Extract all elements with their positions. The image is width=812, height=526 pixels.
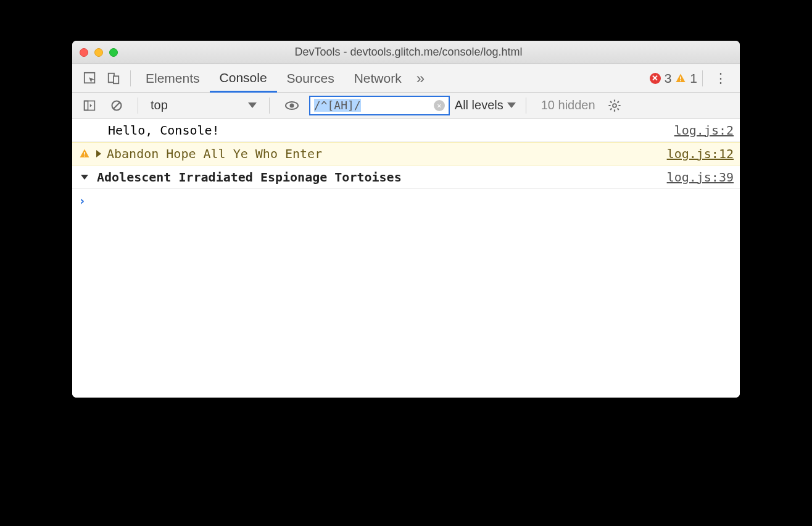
clear-filter-icon[interactable]: ✕: [434, 100, 445, 111]
expand-arrow-icon[interactable]: [96, 150, 101, 157]
log-message: Adolescent Irradiated Espionage Tortoise…: [93, 170, 667, 185]
error-icon: ✕: [650, 73, 661, 84]
svg-rect-3: [681, 77, 682, 80]
svg-line-8: [114, 102, 120, 109]
tab-network[interactable]: Network: [344, 64, 412, 93]
svg-rect-5: [85, 101, 95, 110]
log-source-link[interactable]: log.js:12: [667, 146, 734, 161]
log-row[interactable]: Hello, Console! log.js:2: [72, 119, 740, 142]
more-tabs-chevron-icon[interactable]: »: [412, 66, 429, 91]
filter-input[interactable]: /^[AH]/ ✕: [309, 96, 450, 115]
tab-console[interactable]: Console: [210, 64, 277, 93]
log-row-group[interactable]: Adolescent Irradiated Espionage Tortoise…: [72, 165, 740, 189]
warning-icon: [79, 148, 90, 159]
clear-console-icon[interactable]: [106, 96, 128, 115]
devtools-window: DevTools - devtools.glitch.me/console/lo…: [72, 41, 740, 398]
error-count: 3: [665, 71, 672, 86]
svg-line-16: [610, 101, 611, 102]
svg-rect-4: [681, 80, 682, 81]
filter-value: /^[AH]/: [314, 99, 430, 112]
console-empty-area[interactable]: [72, 212, 740, 398]
log-levels-selector[interactable]: All levels: [455, 98, 516, 112]
close-window-button[interactable]: [80, 48, 88, 57]
console-settings-icon[interactable]: [605, 99, 624, 112]
minimize-window-button[interactable]: [94, 48, 103, 57]
console-toolbar: top /^[AH]/ ✕ All levels 10 hidden: [72, 93, 740, 119]
chevron-down-icon: [507, 102, 516, 108]
log-message: Abandon Hope All Ye Who Enter: [104, 146, 667, 161]
tab-sources[interactable]: Sources: [277, 64, 344, 93]
svg-rect-21: [84, 156, 85, 157]
svg-point-10: [289, 103, 294, 107]
window-titlebar: DevTools - devtools.glitch.me/console/lo…: [72, 41, 740, 64]
more-options-icon[interactable]: ⋮: [708, 70, 734, 86]
log-message: Hello, Console!: [93, 123, 674, 138]
zoom-window-button[interactable]: [109, 48, 118, 57]
prompt-chevron-icon: ›: [78, 193, 86, 208]
svg-point-11: [613, 104, 616, 107]
sidebar-toggle-icon[interactable]: [78, 96, 101, 115]
live-expression-icon[interactable]: [280, 94, 304, 117]
console-log-area: Hello, Console! log.js:2 Abandon Hope Al…: [72, 119, 740, 398]
warning-count: 1: [690, 71, 697, 86]
hidden-messages-count[interactable]: 10 hidden: [536, 98, 600, 112]
device-toolbar-icon[interactable]: [102, 68, 125, 89]
inspect-element-icon[interactable]: [78, 68, 102, 89]
chevron-down-icon: [248, 102, 257, 108]
devtools-tabbar: Elements Console Sources Network » ✕ 3 1…: [72, 64, 740, 93]
window-title: DevTools - devtools.glitch.me/console/lo…: [118, 46, 699, 59]
tab-elements[interactable]: Elements: [136, 64, 210, 93]
svg-line-19: [617, 101, 618, 102]
execution-context-selector[interactable]: top: [148, 98, 259, 112]
log-source-link[interactable]: log.js:2: [674, 123, 734, 138]
svg-rect-20: [84, 152, 85, 155]
warning-icon: [675, 73, 686, 84]
svg-line-17: [617, 108, 618, 109]
collapse-arrow-icon[interactable]: [81, 175, 88, 180]
log-row-warning[interactable]: Abandon Hope All Ye Who Enter log.js:12: [72, 142, 740, 165]
svg-rect-2: [114, 76, 118, 83]
console-prompt[interactable]: ›: [72, 189, 740, 212]
error-warning-badges[interactable]: ✕ 3 1: [650, 71, 697, 86]
svg-rect-6: [85, 101, 88, 110]
svg-line-18: [610, 108, 611, 109]
context-label: top: [151, 98, 168, 112]
levels-label: All levels: [455, 98, 503, 112]
log-source-link[interactable]: log.js:39: [667, 170, 734, 185]
